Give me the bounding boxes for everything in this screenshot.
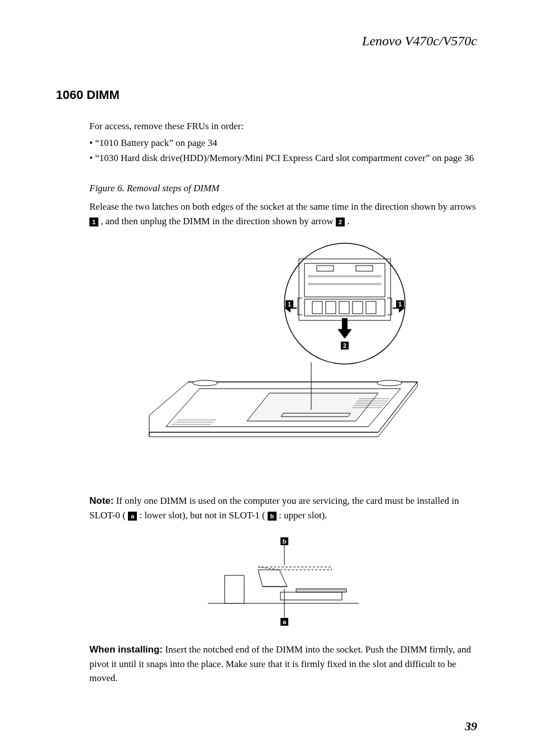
list-item: “1030 Hard disk drive(HDD)/Memory/Mini P… [89,151,477,166]
callout-b: b [283,538,287,545]
release-paragraph: Release the two latches on both edges of… [89,200,477,228]
callout-b-icon: b [268,512,277,521]
figure-caption: Figure 6. Removal steps of DIMM [89,181,477,196]
document-title: Lenovo V470c/V570c [362,34,477,48]
callout-1-left: 1 [288,301,291,308]
svg-rect-34 [225,575,244,603]
section-title: 1060 DIMM [56,88,477,102]
note-paragraph: Note: If only one DIMM is used on the co… [89,494,477,522]
callout-a: a [283,618,287,625]
note-label: Note: [89,495,113,506]
content-block: For access, remove these FRUs in order: … [89,119,477,686]
svg-point-9 [193,380,217,386]
page-header: Lenovo V470c/V570c [56,34,477,49]
callout-1-icon: 1 [89,218,98,226]
callout-a-icon: a [128,512,137,521]
release-text-1: Release the two latches on both edges of… [89,201,476,212]
installing-paragraph: When installing: Insert the notched end … [89,642,477,686]
callout-1-right: 1 [398,301,402,308]
note-text-3: : upper slot). [277,510,327,521]
figure-2: b a [89,536,477,626]
installing-label: When installing: [89,644,163,655]
list-item: “1010 Battery pack” on page 34 [89,136,477,150]
fru-list: “1010 Battery pack” on page 34 “1030 Har… [89,136,477,166]
svg-point-10 [377,380,402,386]
page-number: 39 [465,719,477,734]
dimm-removal-diagram: 1 1 2 [138,242,429,477]
svg-rect-16 [317,266,334,271]
svg-rect-17 [356,266,373,271]
note-text-2: : lower slot), but not in SLOT-1 ( [137,510,268,521]
callout-2: 2 [343,342,346,349]
intro-text: For access, remove these FRUs in order: [89,119,477,134]
figure-1: 1 1 2 [89,242,477,477]
slot-diagram: b a [202,536,364,626]
svg-rect-32 [296,589,346,592]
svg-rect-31 [280,592,342,600]
callout-2-icon: 2 [336,218,345,226]
release-text-2: , and then unplug the DIMM in the direct… [98,216,336,226]
release-text-3: . [345,216,350,226]
